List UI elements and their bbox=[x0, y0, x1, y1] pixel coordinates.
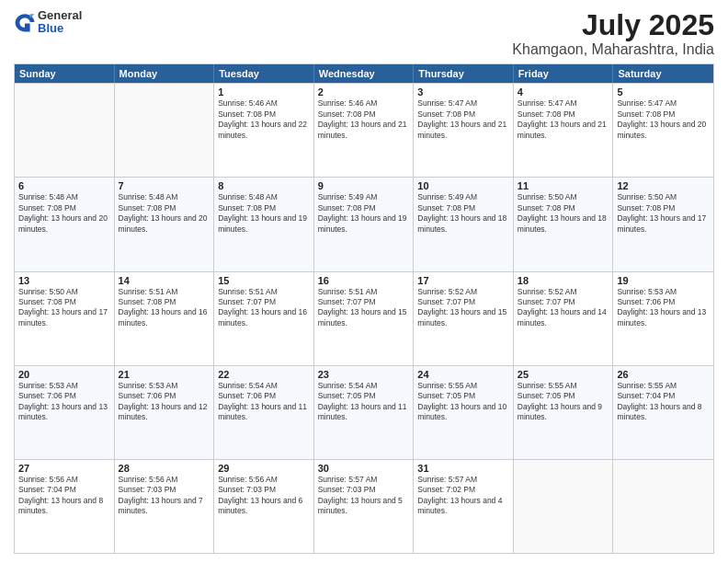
cal-cell-empty-4-5 bbox=[514, 460, 614, 553]
day-info: Sunrise: 5:50 AM Sunset: 7:08 PM Dayligh… bbox=[518, 192, 609, 235]
day-info: Sunrise: 5:49 AM Sunset: 7:08 PM Dayligh… bbox=[318, 192, 410, 235]
day-number: 8 bbox=[218, 180, 310, 191]
day-info: Sunrise: 5:56 AM Sunset: 7:04 PM Dayligh… bbox=[18, 475, 110, 517]
day-number: 25 bbox=[518, 369, 609, 380]
day-info: Sunrise: 5:56 AM Sunset: 7:03 PM Dayligh… bbox=[218, 475, 310, 517]
day-number: 2 bbox=[318, 86, 410, 98]
cal-cell-28: 28Sunrise: 5:56 AM Sunset: 7:03 PM Dayli… bbox=[115, 460, 215, 553]
day-info: Sunrise: 5:47 AM Sunset: 7:08 PM Dayligh… bbox=[518, 98, 609, 141]
cal-cell-9: 9Sunrise: 5:49 AM Sunset: 7:08 PM Daylig… bbox=[314, 178, 415, 270]
cal-cell-7: 7Sunrise: 5:48 AM Sunset: 7:08 PM Daylig… bbox=[115, 178, 215, 270]
cal-cell-2: 2Sunrise: 5:46 AM Sunset: 7:08 PM Daylig… bbox=[314, 84, 415, 177]
calendar-body: 1Sunrise: 5:46 AM Sunset: 7:08 PM Daylig… bbox=[15, 83, 713, 553]
day-info: Sunrise: 5:48 AM Sunset: 7:08 PM Dayligh… bbox=[119, 192, 210, 235]
day-info: Sunrise: 5:52 AM Sunset: 7:07 PM Dayligh… bbox=[518, 287, 609, 329]
day-info: Sunrise: 5:54 AM Sunset: 7:06 PM Dayligh… bbox=[218, 381, 310, 423]
day-info: Sunrise: 5:51 AM Sunset: 7:08 PM Dayligh… bbox=[119, 287, 210, 329]
cal-cell-23: 23Sunrise: 5:54 AM Sunset: 7:05 PM Dayli… bbox=[314, 366, 415, 459]
calendar-row-1: 6Sunrise: 5:48 AM Sunset: 7:08 PM Daylig… bbox=[15, 177, 713, 270]
cal-cell-22: 22Sunrise: 5:54 AM Sunset: 7:06 PM Dayli… bbox=[214, 366, 314, 459]
cal-header-day-saturday: Saturday bbox=[613, 64, 713, 83]
day-info: Sunrise: 5:56 AM Sunset: 7:03 PM Dayligh… bbox=[119, 475, 210, 517]
cal-header-day-monday: Monday bbox=[115, 64, 215, 83]
day-info: Sunrise: 5:47 AM Sunset: 7:08 PM Dayligh… bbox=[417, 98, 509, 141]
day-info: Sunrise: 5:48 AM Sunset: 7:08 PM Dayligh… bbox=[18, 192, 110, 235]
cal-cell-12: 12Sunrise: 5:50 AM Sunset: 7:08 PM Dayli… bbox=[613, 178, 713, 270]
day-info: Sunrise: 5:55 AM Sunset: 7:05 PM Dayligh… bbox=[417, 381, 509, 423]
calendar-header: SundayMondayTuesdayWednesdayThursdayFrid… bbox=[15, 64, 713, 83]
day-info: Sunrise: 5:48 AM Sunset: 7:08 PM Dayligh… bbox=[218, 192, 310, 235]
day-number: 16 bbox=[318, 275, 410, 286]
cal-cell-5: 5Sunrise: 5:47 AM Sunset: 7:08 PM Daylig… bbox=[613, 84, 713, 177]
day-info: Sunrise: 5:55 AM Sunset: 7:05 PM Dayligh… bbox=[518, 381, 609, 423]
day-number: 3 bbox=[417, 86, 509, 98]
day-number: 1 bbox=[218, 86, 310, 98]
cal-cell-6: 6Sunrise: 5:48 AM Sunset: 7:08 PM Daylig… bbox=[15, 178, 115, 270]
calendar: SundayMondayTuesdayWednesdayThursdayFrid… bbox=[14, 63, 714, 554]
day-info: Sunrise: 5:51 AM Sunset: 7:07 PM Dayligh… bbox=[318, 287, 410, 329]
day-number: 4 bbox=[518, 86, 609, 98]
logo: General Blue bbox=[14, 9, 82, 36]
cal-cell-empty-0-1 bbox=[115, 84, 215, 177]
day-number: 11 bbox=[518, 180, 609, 191]
day-info: Sunrise: 5:52 AM Sunset: 7:07 PM Dayligh… bbox=[417, 287, 509, 329]
day-number: 5 bbox=[617, 86, 710, 98]
cal-cell-3: 3Sunrise: 5:47 AM Sunset: 7:08 PM Daylig… bbox=[414, 84, 514, 177]
cal-cell-10: 10Sunrise: 5:49 AM Sunset: 7:08 PM Dayli… bbox=[414, 178, 514, 270]
day-number: 12 bbox=[617, 180, 710, 191]
cal-cell-31: 31Sunrise: 5:57 AM Sunset: 7:02 PM Dayli… bbox=[414, 460, 514, 553]
logo-general: General bbox=[38, 9, 82, 22]
day-number: 21 bbox=[119, 369, 210, 380]
day-info: Sunrise: 5:51 AM Sunset: 7:07 PM Dayligh… bbox=[218, 287, 310, 329]
cal-cell-30: 30Sunrise: 5:57 AM Sunset: 7:03 PM Dayli… bbox=[314, 460, 415, 553]
day-number: 15 bbox=[218, 275, 310, 286]
cal-header-day-friday: Friday bbox=[514, 64, 614, 83]
day-number: 23 bbox=[318, 369, 410, 380]
calendar-row-3: 20Sunrise: 5:53 AM Sunset: 7:06 PM Dayli… bbox=[15, 365, 713, 459]
day-info: Sunrise: 5:53 AM Sunset: 7:06 PM Dayligh… bbox=[617, 287, 710, 329]
day-number: 13 bbox=[18, 275, 110, 286]
day-number: 20 bbox=[18, 369, 110, 380]
day-number: 17 bbox=[417, 275, 509, 286]
page-title: July 2025 bbox=[512, 9, 714, 41]
day-info: Sunrise: 5:49 AM Sunset: 7:08 PM Dayligh… bbox=[417, 192, 509, 235]
logo-icon bbox=[14, 11, 36, 33]
cal-cell-27: 27Sunrise: 5:56 AM Sunset: 7:04 PM Dayli… bbox=[15, 460, 115, 553]
cal-cell-13: 13Sunrise: 5:50 AM Sunset: 7:08 PM Dayli… bbox=[15, 272, 115, 365]
calendar-row-4: 27Sunrise: 5:56 AM Sunset: 7:04 PM Dayli… bbox=[15, 459, 713, 553]
cal-cell-16: 16Sunrise: 5:51 AM Sunset: 7:07 PM Dayli… bbox=[314, 272, 415, 365]
cal-cell-empty-4-6 bbox=[613, 460, 713, 553]
cal-cell-11: 11Sunrise: 5:50 AM Sunset: 7:08 PM Dayli… bbox=[514, 178, 614, 270]
cal-cell-29: 29Sunrise: 5:56 AM Sunset: 7:03 PM Dayli… bbox=[214, 460, 314, 553]
day-info: Sunrise: 5:47 AM Sunset: 7:08 PM Dayligh… bbox=[617, 98, 710, 141]
cal-cell-4: 4Sunrise: 5:47 AM Sunset: 7:08 PM Daylig… bbox=[514, 84, 614, 177]
day-info: Sunrise: 5:50 AM Sunset: 7:08 PM Dayligh… bbox=[18, 287, 110, 329]
day-info: Sunrise: 5:53 AM Sunset: 7:06 PM Dayligh… bbox=[119, 381, 210, 423]
day-number: 18 bbox=[518, 275, 609, 286]
day-number: 30 bbox=[318, 463, 410, 474]
day-number: 27 bbox=[18, 463, 110, 474]
calendar-row-0: 1Sunrise: 5:46 AM Sunset: 7:08 PM Daylig… bbox=[15, 83, 713, 177]
day-info: Sunrise: 5:53 AM Sunset: 7:06 PM Dayligh… bbox=[18, 381, 110, 423]
day-info: Sunrise: 5:57 AM Sunset: 7:02 PM Dayligh… bbox=[417, 475, 509, 517]
day-info: Sunrise: 5:54 AM Sunset: 7:05 PM Dayligh… bbox=[318, 381, 410, 423]
cal-cell-1: 1Sunrise: 5:46 AM Sunset: 7:08 PM Daylig… bbox=[214, 84, 314, 177]
cal-cell-14: 14Sunrise: 5:51 AM Sunset: 7:08 PM Dayli… bbox=[115, 272, 215, 365]
day-number: 28 bbox=[119, 463, 210, 474]
logo-blue: Blue bbox=[38, 22, 82, 35]
day-number: 7 bbox=[119, 180, 210, 191]
day-number: 19 bbox=[617, 275, 710, 286]
day-info: Sunrise: 5:55 AM Sunset: 7:04 PM Dayligh… bbox=[617, 381, 710, 423]
day-info: Sunrise: 5:46 AM Sunset: 7:08 PM Dayligh… bbox=[218, 98, 310, 141]
day-number: 22 bbox=[218, 369, 310, 380]
day-number: 29 bbox=[218, 463, 310, 474]
day-number: 24 bbox=[417, 369, 509, 380]
page: General Blue July 2025 Khamgaon, Maharas… bbox=[0, 0, 728, 563]
day-info: Sunrise: 5:46 AM Sunset: 7:08 PM Dayligh… bbox=[318, 98, 410, 141]
logo-text: General Blue bbox=[38, 9, 82, 36]
cal-cell-26: 26Sunrise: 5:55 AM Sunset: 7:04 PM Dayli… bbox=[613, 366, 713, 459]
cal-header-day-thursday: Thursday bbox=[414, 64, 514, 83]
page-subtitle: Khamgaon, Maharashtra, India bbox=[512, 41, 714, 58]
cal-cell-25: 25Sunrise: 5:55 AM Sunset: 7:05 PM Dayli… bbox=[514, 366, 614, 459]
cal-cell-15: 15Sunrise: 5:51 AM Sunset: 7:07 PM Dayli… bbox=[214, 272, 314, 365]
